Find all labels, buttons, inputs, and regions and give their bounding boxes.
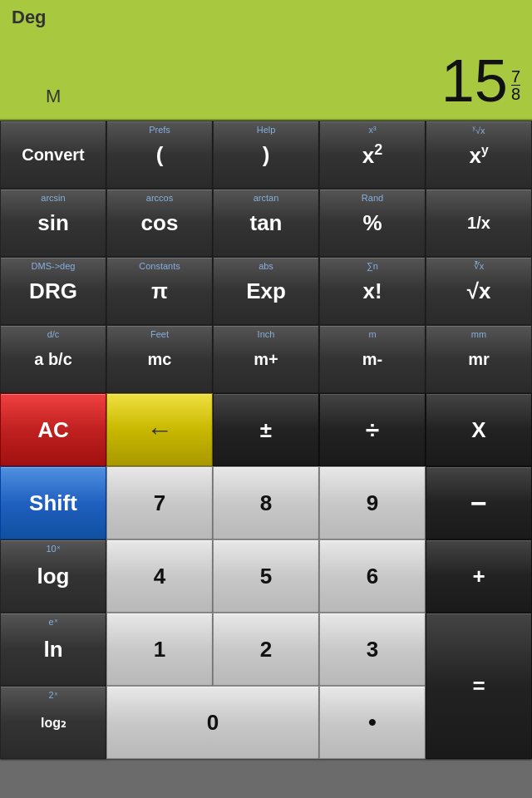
exp-label: Exp (246, 280, 286, 302)
zero-label: 0 (207, 712, 219, 733)
help-super: Help (214, 125, 318, 135)
rows-8-9: eˣ ln 1 2 3 2ˣ log₂ 0 • (0, 613, 532, 759)
one-label: 1 (154, 638, 165, 660)
rand-super: Rand (320, 193, 425, 203)
equals-button[interactable]: = (426, 613, 532, 759)
add-button[interactable]: + (426, 539, 532, 613)
cos-button[interactable]: arccos cos (106, 189, 213, 257)
mplus-button[interactable]: Inch m+ (213, 325, 319, 393)
x-cubed-super: x³ (320, 125, 425, 135)
decimal-button[interactable]: • (319, 686, 426, 759)
display-denominator: 8 (511, 85, 520, 102)
multiply-button[interactable]: X (426, 393, 532, 466)
log-label: log (37, 565, 70, 587)
divide-label: ÷ (366, 416, 379, 444)
divide-button[interactable]: ÷ (319, 393, 426, 466)
plus-minus-label: ± (260, 419, 272, 441)
reciprocal-label: 1/x (467, 214, 490, 233)
constants-super: Constants (107, 261, 212, 271)
eight-label: 8 (260, 492, 272, 514)
row-123: eˣ ln 1 2 3 (0, 613, 426, 686)
row-memory: d/c a b/c Feet mc Inch m+ m m- mm mr (0, 325, 532, 393)
row-operators: AC ← ± ÷ X (0, 393, 532, 466)
mc-label: mc (148, 350, 172, 369)
sqrt-button[interactable]: ∛x √x (426, 257, 532, 325)
sin-label: sin (37, 212, 69, 234)
ac-button[interactable]: AC (0, 393, 106, 466)
x-to-y-button[interactable]: y√x xy (426, 121, 532, 189)
display-memory: M (46, 86, 61, 107)
display-area: Deg M 15 7 8 (0, 0, 532, 121)
log2-super: 2ˣ (1, 690, 106, 701)
ln-label: ln (43, 638, 62, 660)
six-button[interactable]: 6 (319, 539, 426, 613)
two-label: 2 (260, 638, 272, 660)
display-main-number: 15 (441, 51, 508, 111)
fraction-button[interactable]: d/c a b/c (0, 325, 106, 393)
five-label: 5 (260, 565, 272, 587)
pi-button[interactable]: Constants π (106, 257, 213, 325)
display-numerator: 7 (511, 68, 520, 85)
factorial-label: x! (362, 280, 382, 302)
tan-button[interactable]: arctan tan (213, 189, 319, 257)
subtract-button[interactable]: − (426, 466, 532, 539)
five-button[interactable]: 5 (213, 539, 319, 613)
mminus-label: m- (362, 350, 382, 369)
two-button[interactable]: 2 (213, 613, 319, 686)
mm-super: mm (426, 329, 531, 339)
drg-label: DRG (29, 280, 77, 302)
equals-label: = (472, 675, 485, 697)
row-trig: arcsin sin arccos cos arctan tan Rand % … (0, 189, 532, 257)
factorial-button[interactable]: ∑n x! (319, 257, 426, 325)
seven-button[interactable]: 7 (106, 466, 213, 539)
display-mode: Deg (12, 7, 520, 28)
open-paren-button[interactable]: Prefs ( (106, 121, 213, 189)
shift-label: Shift (29, 492, 77, 514)
inch-super: Inch (214, 329, 318, 339)
log-button[interactable]: 10ˣ log (0, 539, 106, 613)
sigma-n-super: ∑n (320, 261, 425, 271)
mc-button[interactable]: Feet mc (106, 325, 213, 393)
convert-button[interactable]: Convert (0, 121, 106, 189)
drg-button[interactable]: DMS->deg DRG (0, 257, 106, 325)
reciprocal-button[interactable]: 1/x (426, 189, 532, 257)
close-paren-button[interactable]: Help ) (213, 121, 319, 189)
plus-minus-button[interactable]: ± (213, 393, 319, 466)
sin-button[interactable]: arcsin sin (0, 189, 106, 257)
four-label: 4 (154, 565, 165, 587)
one-button[interactable]: 1 (106, 613, 213, 686)
x-squared-button[interactable]: x³ x2 (319, 121, 426, 189)
ln-super: eˣ (1, 617, 106, 628)
fraction-label: a b/c (34, 350, 72, 369)
four-button[interactable]: 4 (106, 539, 213, 613)
mr-button[interactable]: mm mr (426, 325, 532, 393)
tan-label: tan (250, 212, 283, 234)
mminus-button[interactable]: m m- (319, 325, 426, 393)
close-paren-label: ) (263, 144, 270, 165)
eight-button[interactable]: 8 (213, 466, 319, 539)
percent-button[interactable]: Rand % (319, 189, 426, 257)
arctan-super: arctan (214, 193, 318, 203)
row-scientific-2: DMS->deg DRG Constants π abs Exp ∑n x! ∛… (0, 257, 532, 325)
dms-deg-super: DMS->deg (1, 261, 106, 271)
backspace-label: ← (146, 415, 173, 446)
row-scientific-1: Convert Prefs ( Help ) x³ x2 y√x xy (0, 121, 532, 189)
arccos-super: arccos (107, 193, 212, 203)
zero-button[interactable]: 0 (106, 686, 319, 759)
shift-button[interactable]: Shift (0, 466, 106, 539)
y-root-x-super: y√x (426, 125, 531, 135)
six-label: 6 (367, 565, 378, 587)
dc-super: d/c (1, 329, 106, 339)
cube-root-super: ∛x (426, 261, 531, 272)
three-button[interactable]: 3 (319, 613, 426, 686)
nine-button[interactable]: 9 (319, 466, 426, 539)
sqrt-label: √x (467, 280, 491, 302)
backspace-button[interactable]: ← (106, 393, 213, 466)
meters-super: m (320, 329, 425, 339)
multiply-label: X (471, 419, 485, 441)
ln-button[interactable]: eˣ ln (0, 613, 106, 686)
convert-label: Convert (22, 145, 85, 165)
exp-button[interactable]: abs Exp (213, 257, 319, 325)
log2-button[interactable]: 2ˣ log₂ (0, 686, 106, 759)
mr-label: mr (468, 350, 490, 369)
